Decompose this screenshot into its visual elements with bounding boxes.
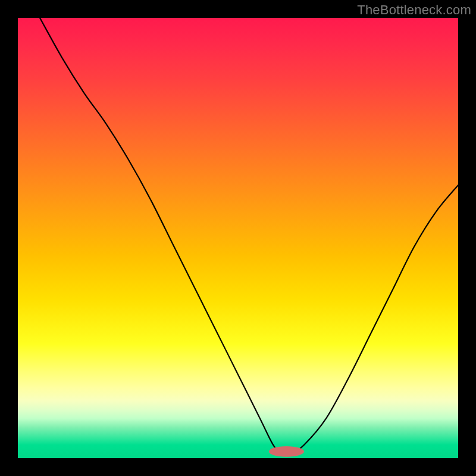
watermark-text: TheBottleneck.com [357,2,471,18]
plot-area [18,18,458,458]
bottleneck-curve [40,18,458,455]
optimal-marker [269,446,304,457]
chart-frame: TheBottleneck.com [0,0,476,476]
curve-layer [18,18,458,458]
